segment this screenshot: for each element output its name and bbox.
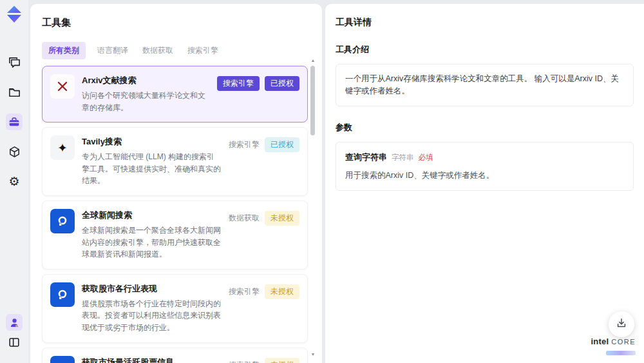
params-section-title: 参数 (336, 122, 634, 133)
tool-name: Tavily搜索 (82, 136, 222, 148)
tool-name: 获取股市各行业表现 (82, 283, 222, 295)
sidebar-item-chat[interactable] (6, 54, 23, 71)
tool-name: 全球新闻搜索 (82, 210, 222, 221)
auth-status-badge: 未授权 (265, 358, 299, 363)
sidebar-item-tools[interactable] (6, 113, 23, 130)
tool-card-tavily[interactable]: ✦ Tavily搜索 专为人工智能代理 (LLM) 构建的搜索引擎工具。可快速提… (42, 127, 308, 196)
tool-card-global-news[interactable]: 全球新闻搜索 全球新闻搜索是一个聚合全球各大新闻网站内容的搜索引擎，帮助用户快速… (42, 201, 308, 270)
arxiv-logo-icon (50, 74, 75, 99)
cube-icon (8, 145, 21, 159)
tab-all-categories[interactable]: 所有类别 (42, 42, 86, 59)
folder-icon (8, 86, 21, 99)
category-label: 搜索引擎 (229, 358, 260, 363)
auth-status-badge: 已授权 (265, 76, 299, 91)
news-app-logo-icon (50, 356, 75, 363)
tool-intro-text: 一个用于从Arxiv存储库搜索科学论文和文章的工具。 输入可以是Arxiv ID… (336, 64, 634, 106)
tool-name: 获取市场最活跃股票信息 (82, 357, 222, 363)
tab-language-translation[interactable]: 语言翻译 (95, 42, 131, 59)
tool-detail-panel: 工具详情 工具介绍 一个用于从Arxiv存储库搜索科学论文和文章的工具。 输入可… (325, 4, 644, 363)
gear-icon: ⚙ (8, 175, 19, 188)
intel-core-logo: intel CORE (591, 337, 636, 358)
toolbox-icon (8, 115, 21, 128)
param-required-flag: 必填 (419, 153, 433, 162)
param-card: 查询字符串 字符串 必填 用于搜索的Arxiv ID、关键字或作者姓名。 (336, 142, 634, 191)
tool-list-panel: 工具集 所有类别 语言翻译 数据获取 搜索引擎 Arxiv文献搜索 访问各个研究… (30, 4, 322, 363)
intro-section-title: 工具介绍 (336, 44, 634, 55)
page-title: 工具集 (42, 17, 322, 29)
tool-description: 访问各个研究领域大量科学论文和文章的存储库。 (82, 90, 210, 113)
tool-description: 专为人工智能代理 (LLM) 构建的搜索引擎工具。可快速提供实时、准确和真实的结… (82, 151, 222, 187)
intel-ultra-badge (606, 351, 636, 355)
news-app-logo-icon (50, 209, 75, 233)
param-name: 查询字符串 (345, 152, 387, 163)
auth-status-badge: 未授权 (265, 284, 299, 299)
chat-icon (8, 56, 21, 70)
tool-card-sector-performance[interactable]: 获取股市各行业表现 提供股票市场各个行业在特定时间段内的表现。投资者可以利用这些… (42, 274, 308, 343)
tool-description: 全球新闻搜索是一个聚合全球各大新闻网站内容的搜索引擎，帮助用户快速获取全球最新资… (82, 224, 222, 260)
param-type: 字符串 (392, 153, 414, 162)
tool-name: Arxiv文献搜索 (82, 75, 210, 86)
user-icon (8, 317, 21, 329)
tool-description: 提供股票市场各个行业在特定时间段内的表现。投资者可以利用这些信息来识别表现优于或… (82, 298, 222, 334)
intel-brand-text: intel (591, 337, 609, 346)
sidebar-item-files[interactable] (6, 84, 23, 101)
auth-status-badge: 未授权 (265, 211, 299, 226)
tavily-logo-icon: ✦ (50, 135, 75, 160)
sidebar-item-settings[interactable]: ⚙ (6, 173, 23, 190)
category-label: 搜索引擎 (229, 137, 260, 152)
list-scrollbar: ▲ ▼ (310, 58, 316, 358)
scroll-down-arrow[interactable]: ▼ (310, 352, 316, 357)
scrollbar-thumb[interactable] (310, 66, 315, 135)
sidebar-item-panel-toggle[interactable] (6, 334, 23, 351)
auth-status-badge: 已授权 (265, 137, 299, 152)
category-label: 搜索引擎 (229, 284, 260, 299)
tool-card-arxiv[interactable]: Arxiv文献搜索 访问各个研究领域大量科学论文和文章的存储库。 搜索引擎 已授… (42, 66, 308, 123)
download-icon (616, 317, 627, 331)
core-brand-text: CORE (611, 338, 636, 346)
app-logo (5, 5, 24, 24)
panel-toggle-icon (8, 336, 21, 349)
tool-list: Arxiv文献搜索 访问各个研究领域大量科学论文和文章的存储库。 搜索引擎 已授… (42, 66, 308, 363)
tab-search-engine[interactable]: 搜索引擎 (185, 42, 221, 59)
sidebar-item-profile[interactable] (6, 314, 23, 331)
category-label: 数据获取 (229, 211, 260, 226)
tab-data-fetch[interactable]: 数据获取 (140, 42, 176, 59)
news-app-logo-icon (50, 282, 75, 307)
detail-title: 工具详情 (336, 17, 634, 28)
category-tabs: 所有类别 语言翻译 数据获取 搜索引擎 (42, 42, 322, 59)
tool-card-most-active-stocks[interactable]: 获取市场最活跃股票信息 提供当天交易量最高的股票列表，投资者可以利用这些信息来识… (42, 348, 308, 363)
param-description: 用于搜索的Arxiv ID、关键字或作者姓名。 (345, 170, 624, 181)
sidebar-item-packages[interactable] (6, 143, 23, 160)
sidebar-rail: ⚙ (0, 0, 28, 363)
category-badge: 搜索引擎 (217, 76, 260, 91)
scroll-up-arrow[interactable]: ▲ (310, 58, 316, 63)
download-button[interactable] (609, 311, 634, 337)
